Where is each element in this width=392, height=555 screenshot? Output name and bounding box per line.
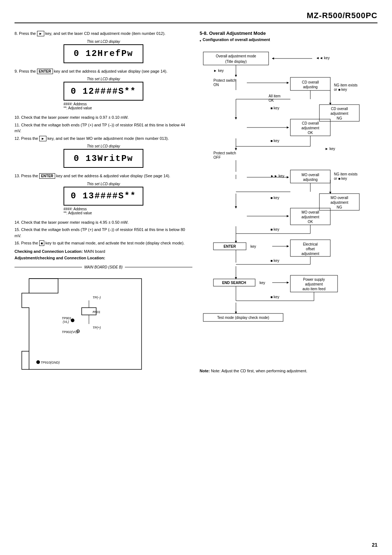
mo-adj-ng-3: NG [337, 205, 342, 209]
protect-on-text: ON [213, 83, 219, 87]
elec-offset-2: offset [306, 247, 315, 251]
cd-overall-adj-text: CD overall [302, 80, 319, 84]
lcd1-label: This set LCD display [15, 40, 192, 44]
lcd2-notes: ####: Address **: Adjusted value [64, 102, 143, 110]
end-search-key-text: key [260, 281, 265, 285]
power-supply-1: Power supply [303, 278, 325, 281]
steps-14-16: 14. Check that the laser power meter rea… [15, 219, 192, 246]
mo-adj-ok-3: OK [308, 220, 313, 224]
note-bold: Note: [200, 369, 210, 373]
ng-item-exists-1: NG item exists [334, 83, 358, 87]
enter-key-1: ENTER [37, 69, 53, 74]
checking-location: Checking and Connection Location: MAIN b… [15, 249, 192, 254]
tp-plus-label: TP(+) [93, 326, 101, 329]
black-key-1: ■ key [270, 106, 279, 110]
board-label-line: MAIN BOARD (SIDE B) [15, 265, 192, 269]
cd-adj-ok-1: CD overall [302, 121, 319, 125]
test-mode-text: Test mode (display check mode) [217, 316, 269, 320]
enter-key-label: ENTER [224, 244, 236, 248]
cd-adj-ok-3: OK [308, 131, 313, 135]
tp910-label: TP910(GND) [41, 361, 60, 364]
overall-adj-mode-text: Overall adjustment mode [216, 54, 256, 58]
black-key-4: ■ key [270, 227, 279, 231]
lcd2-label: This set LCD display [15, 77, 192, 81]
board-label: MAIN BOARD (SIDE B) [84, 265, 123, 269]
mo-adj-ng-1: MO overall [331, 196, 348, 200]
flowchart-svg: Overall adjustment mode (Title display) … [200, 48, 377, 364]
lcd1-display: 0 12HrefPw [64, 44, 143, 63]
enter-key-2: ENTER [39, 173, 55, 179]
right-column: 5-8. Overall Adjustment Mode • Configura… [200, 31, 377, 385]
note-text: Note: Note: Adjust the CD first, when pe… [200, 369, 377, 373]
note-content: Note: Adjust the CD first, when performi… [211, 369, 307, 373]
vl-label: (VL) [63, 320, 69, 324]
tp902-label: TP902(VC) [62, 330, 78, 334]
tp910-dot [36, 360, 40, 364]
lcd4-label: This set LCD display [15, 182, 192, 186]
black-key-5: ■ key [270, 259, 279, 263]
cd-overall-adj-text2: adjusting [303, 85, 318, 89]
adj-checking-label: Adjustment/checking and Connection Locat… [15, 256, 192, 260]
cd-adj-ng-2: adjustment [331, 112, 348, 116]
cd-adj-ok-2: adjustment [302, 126, 319, 130]
board-diagram-svg: TP(–) TP(+) R501 TP901 (VL) TP902(VC) [15, 271, 156, 384]
mo-adj-ok-1: MO overall [302, 210, 319, 214]
checking-loc-label: Checking and Connection Location: [15, 249, 83, 254]
lcd4-notes: ####: Address **: Adjusted value [64, 207, 143, 215]
r501-label: R501 [93, 310, 101, 314]
board-line-right [125, 267, 192, 267]
tp901-label: TP901 [62, 316, 72, 320]
lcd3-label: This set LCD display [15, 144, 192, 148]
protect-switch-on-label: Protect switch [213, 78, 236, 82]
play-key-1: ► key [213, 69, 224, 73]
lcd2-note2: **: Adjusted value [64, 106, 143, 110]
mo-adj-ng-2: adjustment [331, 200, 348, 204]
lcd1-text: 0 12HrefPw [74, 49, 133, 58]
page-number: 21 [372, 542, 377, 548]
board-line-left [15, 267, 82, 267]
protect-switch-off: Protect switch [213, 151, 236, 155]
power-supply-3: auto item feed [302, 287, 325, 291]
mo-overall-adj-1: MO overall [302, 173, 319, 177]
mo-adj-ok-2: adjustment [302, 215, 319, 219]
lcd4-display: 0 13####S** [64, 187, 143, 206]
prev-key-label: ◄◄ key [316, 56, 330, 60]
tp-minus-label: TP(–) [93, 296, 101, 299]
step-8: 8. Press the ► key, and set the laser CD… [15, 31, 192, 37]
lcd4-note2: **: Adjusted value [64, 211, 143, 215]
ng-or-key-2: or ■ key [334, 177, 347, 181]
title-display-text: (Title display) [225, 60, 246, 64]
checking-loc-val: MAIN board [84, 249, 105, 254]
lcd2-note1: ####: Address [64, 102, 143, 106]
lcd2-text: 0 12####S** [71, 86, 136, 96]
section-subtitle: Configuration of overall adjustment [203, 37, 270, 42]
page: MZ-R500/R500PC 8. Press the ► key, and s… [0, 0, 392, 555]
page-title: MZ-R500/R500PC [307, 11, 377, 20]
ng-item-exists-2: NG item exists [334, 172, 358, 176]
protect-off-text: OFF [213, 155, 221, 159]
mo-overall-adj-2: adjusting [303, 178, 318, 182]
left-column: 8. Press the ► key, and set the laser CD… [15, 31, 192, 385]
end-search-key-label: END SEARCH [222, 281, 246, 285]
elec-offset-3: adjustment [302, 252, 319, 256]
ng-or-key-1: or ■ key [334, 88, 347, 92]
enter-key-text: key [250, 244, 256, 248]
step-9: 9. Press the ENTER key and set the addre… [15, 68, 192, 74]
black-key-6: ■ key [270, 295, 279, 299]
play-key-2: ► key [325, 147, 335, 151]
section-title: 5-8. Overall Adjustment Mode [200, 31, 377, 36]
step-13: 13. Press the ENTER key and set the addr… [15, 173, 192, 179]
lcd4-text: 0 13####S** [71, 191, 136, 201]
black-key-2: ■ key [270, 139, 279, 143]
steps-10-12: 10. Check that the laser power meter rea… [15, 114, 192, 141]
main-content: 8. Press the ► key, and set the laser CD… [15, 31, 377, 385]
lcd3-text: 0 13WritPw [74, 154, 133, 163]
cd-adj-ng-1: CD overall [331, 107, 348, 111]
cd-adj-ng-3: NG [337, 116, 342, 120]
black-key-3: ■ key [270, 196, 279, 200]
lcd4-note1: ####: Address [64, 207, 143, 211]
lcd3-display: 0 13WritPw [64, 149, 143, 168]
power-supply-2: adjustment [305, 282, 323, 286]
board-section: MAIN BOARD (SIDE B) TP(–) [15, 265, 192, 385]
all-item-ok: All item [269, 94, 281, 98]
